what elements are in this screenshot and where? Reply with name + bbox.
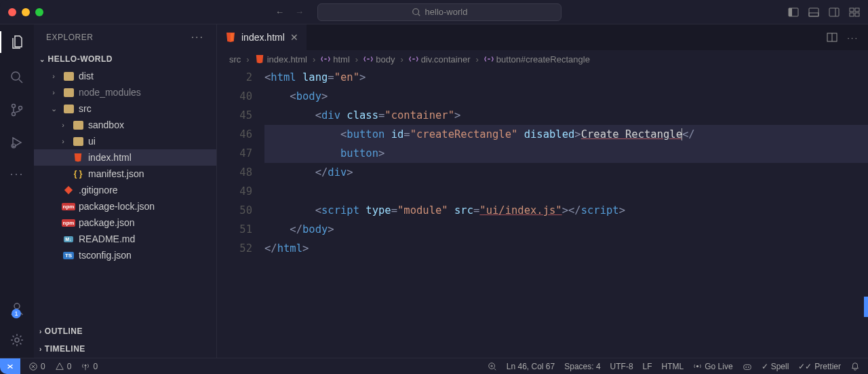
timeline-label: TIMELINE xyxy=(45,344,85,354)
chevron-right-icon: › xyxy=(49,88,58,96)
activity-source-control[interactable] xyxy=(9,102,25,118)
close-tab-button[interactable]: ✕ xyxy=(290,32,298,43)
tree-item-manifest-json[interactable]: { }manifest.json xyxy=(34,166,216,182)
activity-explorer[interactable] xyxy=(0,31,34,53)
close-window-button[interactable] xyxy=(8,8,16,16)
svg-point-16 xyxy=(19,107,22,110)
tree-item-tsconfig-json[interactable]: TStsconfig.json xyxy=(34,247,216,263)
svg-point-33 xyxy=(748,367,749,368)
file-name: README.md xyxy=(79,233,135,244)
maximize-window-button[interactable] xyxy=(35,8,43,16)
go-live-button[interactable]: Go Live xyxy=(693,362,732,371)
chevron-right-icon: › xyxy=(246,54,249,64)
errors-button[interactable]: 0 xyxy=(28,362,45,371)
svg-rect-3 xyxy=(789,8,792,16)
remote-button[interactable] xyxy=(0,358,20,374)
timeline-section-header[interactable]: › TIMELINE xyxy=(34,340,216,358)
activity-run-debug[interactable] xyxy=(9,134,25,151)
search-icon xyxy=(412,7,421,17)
line-numbers: 2404546474849505152 xyxy=(217,68,264,358)
accounts-badge: 1 xyxy=(12,309,21,318)
code-content[interactable]: <html lang="en"> <body> <div class="cont… xyxy=(264,68,868,358)
activity-more[interactable]: ··· xyxy=(9,167,24,181)
file-icon xyxy=(62,185,75,195)
spell-check-button[interactable]: ✓ Spell xyxy=(762,362,789,371)
chevron-down-icon: ⌄ xyxy=(39,56,45,63)
tree-item-package-lock-json[interactable]: npmpackage-lock.json xyxy=(34,198,216,214)
outline-section-header[interactable]: › OUTLINE xyxy=(34,322,216,340)
breadcrumb-item[interactable]: src xyxy=(229,54,241,64)
tree-item-src[interactable]: ⌄src xyxy=(34,100,216,117)
toggle-panel-left-icon[interactable] xyxy=(788,7,799,18)
radio-tower-icon xyxy=(81,362,90,371)
file-icon: TS xyxy=(62,252,75,259)
tab-index-html[interactable]: index.html ✕ xyxy=(217,24,307,50)
breadcrumb-item[interactable]: html xyxy=(321,54,350,64)
split-editor-icon[interactable] xyxy=(827,32,837,43)
encoding[interactable]: UTF-8 xyxy=(610,362,633,371)
minimap[interactable] xyxy=(841,68,868,358)
command-center-search[interactable]: hello-world xyxy=(317,3,561,21)
tree-item-index-html[interactable]: index.html xyxy=(34,149,216,166)
chevron-right-icon: › xyxy=(39,328,42,335)
breadcrumb-item[interactable]: button#createRectangle xyxy=(484,54,590,64)
tree-item-dist[interactable]: ›dist xyxy=(34,68,216,84)
tree-item--gitignore[interactable]: .gitignore xyxy=(34,182,216,198)
breadcrumb-item[interactable]: index.html xyxy=(255,54,307,64)
prettier-button[interactable]: ✓✓ Prettier xyxy=(798,362,841,371)
toggle-panel-right-icon[interactable] xyxy=(829,7,840,18)
search-text: hello-world xyxy=(425,7,468,17)
editor-tabs: index.html ✕ ··· xyxy=(217,24,868,50)
file-icon: { } xyxy=(72,169,84,179)
chevron-right-icon: › xyxy=(400,54,403,64)
outline-label: OUTLINE xyxy=(45,326,83,336)
cursor-position[interactable]: Ln 46, Col 67 xyxy=(507,362,555,371)
eol[interactable]: LF xyxy=(643,362,652,371)
breadcrumb[interactable]: src› index.html› html› body› div.contain… xyxy=(217,50,868,68)
breadcrumb-item[interactable]: body xyxy=(363,54,395,64)
svg-line-13 xyxy=(19,79,22,83)
file-name: dist xyxy=(79,71,94,81)
chevron-right-icon: › xyxy=(58,121,68,129)
minimize-window-button[interactable] xyxy=(22,8,30,16)
nav-back-button[interactable]: ← xyxy=(275,7,284,17)
file-icon xyxy=(72,121,84,130)
notifications-button[interactable] xyxy=(850,362,860,371)
file-name: manifest.json xyxy=(88,168,144,179)
indentation[interactable]: Spaces: 4 xyxy=(564,362,600,371)
svg-point-32 xyxy=(745,367,747,368)
tree-item-package-json[interactable]: npmpackage.json xyxy=(34,214,216,231)
svg-point-0 xyxy=(412,8,418,14)
tree-item-README-md[interactable]: M↓README.md xyxy=(34,231,216,247)
editor-more-button[interactable]: ··· xyxy=(847,33,859,43)
toggle-panel-bottom-icon[interactable] xyxy=(808,7,819,18)
breadcrumb-item[interactable]: div.container xyxy=(409,54,471,64)
tree-item-sandbox[interactable]: ›sandbox xyxy=(34,117,216,133)
tree-item-node_modules[interactable]: ›node_modules xyxy=(34,84,216,100)
svg-point-14 xyxy=(12,105,16,108)
file-name: src xyxy=(79,103,92,114)
chevron-right-icon: › xyxy=(313,54,315,64)
file-name: sandbox xyxy=(88,119,124,130)
tree-item-ui[interactable]: ›ui xyxy=(34,133,216,149)
folder-section-header[interactable]: ⌄ HELLO-WORLD xyxy=(34,50,216,68)
ports-button[interactable]: 0 xyxy=(81,362,98,371)
sidebar-more-button[interactable]: ··· xyxy=(191,31,204,43)
customize-layout-icon[interactable] xyxy=(849,7,860,18)
language-mode[interactable]: HTML xyxy=(662,362,684,371)
warnings-button[interactable]: 0 xyxy=(55,362,72,371)
svg-rect-10 xyxy=(850,13,854,16)
activity-accounts[interactable]: 1 xyxy=(9,301,25,317)
nav-forward-button[interactable]: → xyxy=(295,7,304,17)
chevron-down-icon: ⌄ xyxy=(49,105,58,113)
svg-line-1 xyxy=(418,14,420,16)
activity-settings[interactable] xyxy=(9,332,25,348)
file-tree: ›dist›node_modules⌄src›sandbox›uiindex.h… xyxy=(34,68,216,322)
activity-search[interactable] xyxy=(9,69,25,86)
code-editor[interactable]: 2404546474849505152 <html lang="en"> <bo… xyxy=(217,68,868,358)
file-icon: npm xyxy=(62,219,75,227)
file-icon xyxy=(72,153,84,162)
zoom-button[interactable] xyxy=(488,362,497,371)
copilot-button[interactable] xyxy=(743,362,752,371)
folder-name: HELLO-WORLD xyxy=(48,54,113,64)
